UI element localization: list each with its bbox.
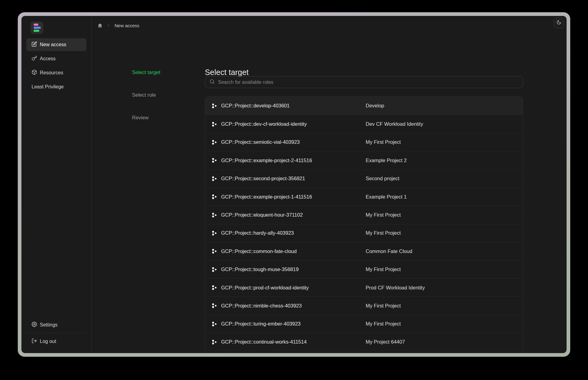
key-icon <box>32 55 37 62</box>
window-frame: New access Access Resources Least Privil… <box>18 12 570 357</box>
sidebar-item-label: Resources <box>40 70 63 76</box>
sidebar-item-label: Access <box>40 56 56 61</box>
breadcrumb: New access <box>97 20 139 31</box>
search-input[interactable] <box>218 80 518 85</box>
gcp-project-icon <box>212 158 217 163</box>
sidebar-item-settings[interactable]: Settings <box>26 319 86 331</box>
edit-icon <box>32 41 37 48</box>
gcp-project-icon <box>212 230 217 236</box>
gear-icon <box>32 322 37 328</box>
moon-icon <box>556 20 561 26</box>
target-name: My First Project <box>366 303 401 309</box>
search-bar <box>205 76 523 88</box>
target-name: Second project <box>366 176 399 181</box>
sidebar-item-least-privilege[interactable]: Least Privilege <box>26 80 86 93</box>
theme-toggle-button[interactable] <box>554 18 564 28</box>
target-name: Develop <box>366 103 384 109</box>
target-id: GCP::Project::develop-403601 <box>221 103 290 109</box>
home-icon[interactable] <box>97 23 103 28</box>
table-row[interactable]: GCP::Project::second-project-356821 Seco… <box>205 170 523 188</box>
gcp-project-icon <box>212 140 217 145</box>
sidebar-item-label: Settings <box>40 322 58 328</box>
logo-bar-blue <box>34 27 41 29</box>
common-fate-logo[interactable] <box>31 21 43 34</box>
table-row[interactable]: GCP::Project::turing-ember-403923 My Fir… <box>205 315 523 333</box>
wizard-steps: Select target Select role Review <box>132 69 160 121</box>
table-row[interactable]: GCP::Project::nimble-chess-403923 My Fir… <box>205 296 523 315</box>
sidebar-item-new-access[interactable]: New access <box>26 38 86 51</box>
target-name: Prod CF Workload Identity <box>366 285 425 291</box>
table-row[interactable]: GCP::Project::hardy-ally-403923 My First… <box>205 224 523 242</box>
gcp-project-icon <box>212 303 217 308</box>
target-id: GCP::Project::prod-cf-workload-identity <box>221 285 309 291</box>
sidebar-divider <box>27 333 86 333</box>
breadcrumb-current: New access <box>115 23 139 28</box>
target-name: Dev CF Workload Identity <box>366 121 423 127</box>
table-row[interactable]: GCP::Project::develop-403601 Develop <box>205 97 523 115</box>
target-id: GCP::Project::hardy-ally-403923 <box>221 230 294 236</box>
gcp-project-icon <box>212 321 217 327</box>
target-id: GCP::Project::dev-cf-workload-identity <box>221 121 307 127</box>
logout-icon <box>32 338 37 345</box>
target-name: My Project 64407 <box>366 339 405 345</box>
gcp-project-icon <box>212 121 217 127</box>
main-area: New access Select target Select role Rev… <box>92 16 567 353</box>
sidebar-item-label: Least Privilege <box>32 84 64 90</box>
gcp-project-icon <box>212 194 217 199</box>
sidebar-item-logout[interactable]: Log out <box>26 335 86 348</box>
target-id: GCP::Project::second-project-356821 <box>221 176 305 181</box>
table-row[interactable]: GCP::Project::prod-cf-workload-identity … <box>205 278 523 296</box>
step-review[interactable]: Review <box>132 114 160 121</box>
target-name: Example Project 1 <box>366 194 407 200</box>
target-name: My First Project <box>366 230 401 236</box>
page-title: Select target <box>205 67 249 77</box>
target-id: GCP::Project::eloquent-hour-371102 <box>221 212 303 218</box>
table-row[interactable]: GCP::Project::semiotic-vial-403923 My Fi… <box>205 133 523 151</box>
gcp-project-icon <box>212 285 217 290</box>
gcp-project-icon <box>212 267 217 272</box>
target-name: My First Project <box>366 139 401 145</box>
target-id: GCP::Project::example-project-1-411516 <box>221 194 312 200</box>
target-name: Example Project 2 <box>366 158 407 163</box>
table-row[interactable]: GCP::Project::common-fate-cloud Common F… <box>205 242 523 260</box>
table-row[interactable]: GCP::Project::continual-works-411514 My … <box>205 333 523 351</box>
step-select-role[interactable]: Select role <box>132 91 160 99</box>
sidebar-item-access[interactable]: Access <box>26 52 86 65</box>
gcp-project-icon <box>212 212 217 218</box>
target-name: My First Project <box>366 212 401 218</box>
gcp-project-icon <box>212 103 217 109</box>
table-row[interactable]: GCP::Project::dev-cf-workload-identity D… <box>205 115 523 133</box>
gcp-project-icon <box>212 339 217 345</box>
table-row[interactable]: GCP::Project::example-project-1-411516 E… <box>205 188 523 206</box>
chevron-right-icon <box>107 24 111 28</box>
target-id: GCP::Project::example-project-2-411516 <box>221 158 312 163</box>
gcp-project-icon <box>212 176 217 181</box>
target-id: GCP::Project::common-fate-cloud <box>221 248 297 254</box>
sidebar-nav: New access Access Resources Least Privil… <box>26 38 86 93</box>
sidebar: New access Access Resources Least Privil… <box>21 16 92 353</box>
target-id: GCP::Project::turing-ember-403923 <box>221 321 301 327</box>
sidebar-item-label: New access <box>40 42 66 47</box>
target-id: GCP::Project::continual-works-411514 <box>221 339 307 345</box>
target-id: GCP::Project::nimble-chess-403923 <box>221 303 302 309</box>
targets-list: GCP::Project::develop-403601 Develop GCP… <box>205 96 523 353</box>
app-window: New access Access Resources Least Privil… <box>21 16 567 353</box>
gcp-project-icon <box>212 248 217 254</box>
table-row[interactable]: GCP::Project::tough-muse-356819 My First… <box>205 260 523 278</box>
target-id: GCP::Project::semiotic-vial-403923 <box>221 139 300 145</box>
logo-bar-pink <box>34 24 38 26</box>
search-icon <box>209 79 215 85</box>
table-row[interactable]: GCP::Project::example-project-2-411516 E… <box>205 151 523 169</box>
box-icon <box>32 69 37 76</box>
target-name: Common Fate Cloud <box>366 248 412 254</box>
sidebar-item-label: Log out <box>40 339 56 344</box>
target-name: My First Project <box>366 266 401 272</box>
target-name: My First Project <box>366 321 401 327</box>
table-row[interactable]: GCP::Project::eloquent-hour-371102 My Fi… <box>205 206 523 224</box>
sidebar-footer: Settings Log out <box>26 319 86 348</box>
logo-bar-green <box>34 30 39 32</box>
sidebar-item-resources[interactable]: Resources <box>26 66 86 79</box>
step-select-target[interactable]: Select target <box>132 69 160 76</box>
target-id: GCP::Project::tough-muse-356819 <box>221 266 299 272</box>
